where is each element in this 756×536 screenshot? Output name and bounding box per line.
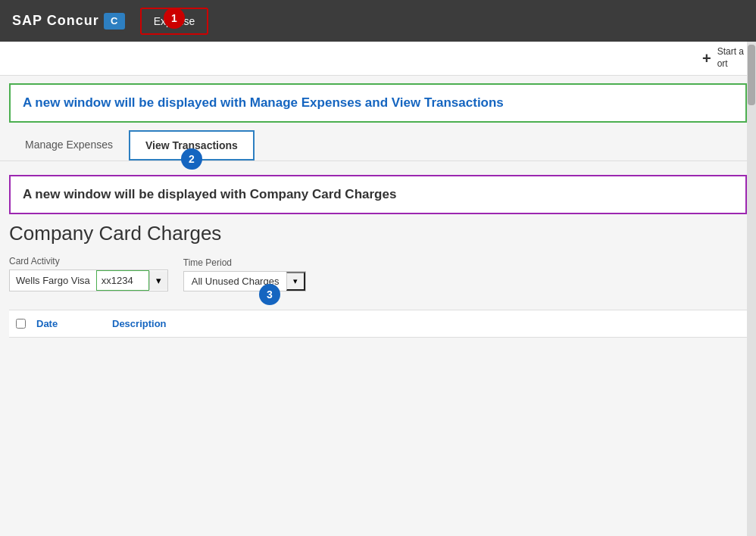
sap-logo-text: SAP Concur [12,13,99,29]
action-bar-right: + Start a ort [702,46,744,70]
step-badge-3: 3 [259,284,280,305]
tab-view-transactions[interactable]: View Transactions 2 [129,130,255,160]
card-number-input[interactable] [96,270,149,291]
info-box-green-message: A new window will be displayed with Mana… [23,95,733,111]
th-description: Description [108,315,747,332]
tab-manage-expenses[interactable]: Manage Expenses [9,130,129,160]
nav-tab-expense[interactable]: Expense 1 [140,8,208,35]
info-box-company-card: A new window will be displayed with Comp… [9,175,747,214]
info-box-manage-expenses: A new window will be displayed with Mana… [9,83,747,123]
tabs-row: Manage Expenses View Transactions 2 [0,130,756,161]
time-period-group: Time Period All Unused Charges ▾ 3 [183,257,307,291]
step-badge-1: 1 [164,8,185,29]
card-activity-group: Card Activity Wells Fargo Visa ▾ [9,256,168,291]
card-name-text: Wells Fargo Visa [10,271,96,290]
time-period-label: Time Period [183,257,307,268]
form-row: Card Activity Wells Fargo Visa ▾ Time Pe… [9,256,747,291]
plus-icon[interactable]: + [702,50,711,67]
select-all-checkbox[interactable] [16,319,26,329]
action-bar: + Start a ort [0,42,756,76]
concur-icon: C [104,13,125,30]
th-checkbox [9,315,32,332]
start-a-text: Start a [717,46,744,58]
start-report-label: Start a ort [717,46,744,70]
scrollbar[interactable] [747,42,756,536]
time-period-dropdown-button[interactable]: ▾ [286,272,305,291]
th-date: Date [32,315,108,332]
card-activity-label: Card Activity [9,256,168,266]
company-card-charges-title: Company Card Charges [9,222,747,245]
report-text: ort [717,58,744,70]
card-dropdown-button[interactable]: ▾ [149,271,167,290]
card-activity-control: Wells Fargo Visa ▾ [9,270,168,291]
time-period-control: All Unused Charges ▾ [183,271,307,291]
table-header: Date Description [9,310,747,338]
nav-tabs: Expense 1 [140,8,208,35]
app-header: SAP Concur C Expense 1 [0,0,756,42]
sap-concur-logo: SAP Concur C [12,13,125,30]
info-box-purple-message: A new window will be displayed with Comp… [23,187,733,202]
card-activity-form: Card Activity Wells Fargo Visa ▾ Time Pe… [9,256,747,291]
step-badge-2: 2 [181,148,202,170]
scrollbar-thumb[interactable] [748,45,755,105]
